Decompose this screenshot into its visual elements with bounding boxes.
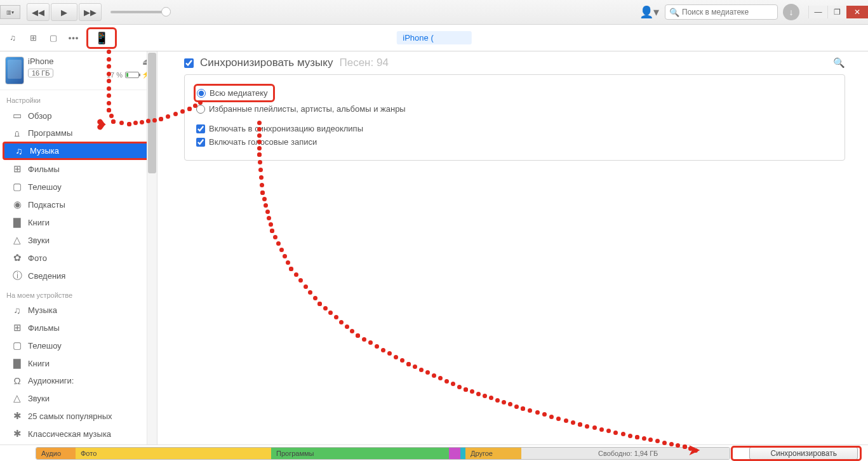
play-button[interactable]: ▶ (51, 3, 77, 21)
sidebar-scrollbar[interactable] (147, 51, 157, 444)
sidebar-device-item-label-6: 25 самых популярных (28, 411, 112, 421)
sidebar-settings-item-3[interactable]: ⊞Фильмы (0, 160, 157, 178)
sidebar-device-item-1[interactable]: ⊞Фильмы (0, 319, 157, 337)
sidebar-settings-item-2[interactable]: ♫Музыка (3, 142, 154, 160)
sidebar-settings-item-icon-6: ▇ (11, 217, 23, 228)
sidebar-settings-item-icon-8: ✿ (11, 252, 23, 264)
sidebar-settings-item-8[interactable]: ✿Фото (0, 249, 157, 267)
minimize-button[interactable]: — (808, 6, 827, 18)
sidebar-device-item-6[interactable]: ✱25 самых популярных (0, 407, 157, 425)
scrollbar-thumb[interactable] (148, 53, 156, 173)
sidebar-settings-item-icon-2: ♫ (13, 145, 25, 156)
sidebar-device-item-7[interactable]: ✱Классическая музыка (0, 425, 157, 443)
search-input[interactable] (682, 8, 777, 17)
radio-entire-library[interactable] (197, 89, 206, 98)
sidebar-settings-item-label-2: Музыка (30, 146, 59, 156)
search-field[interactable]: 🔍 (665, 4, 778, 20)
sidebar-device-item-label-2: Телешоу (28, 341, 62, 351)
sidebar-device-item-label-1: Фильмы (28, 323, 60, 333)
sidebar-settings-item-icon-7: △ (11, 234, 23, 246)
seg-other: Другое (465, 448, 521, 459)
sidebar-device-item-label-5: Звуки (28, 394, 50, 403)
content-pane: Синхронизировать музыку Песен: 94 🔍 Всю … (157, 51, 868, 444)
radio-selected-label: Избранные плейлисты, артисты, альбомы и … (209, 104, 406, 114)
search-icon: 🔍 (669, 8, 679, 17)
sidebar-device-item-icon-6: ✱ (11, 410, 23, 422)
sidebar-device-item-4[interactable]: ΩАудиокниги: (0, 372, 157, 389)
sidebar-settings-item-icon-3: ⊞ (11, 163, 23, 175)
sidebar-settings-item-label-0: Обзор (28, 111, 52, 121)
more-tabs-icon[interactable]: ••• (65, 29, 83, 48)
battery-percent: 17 % (107, 71, 123, 79)
sync-music-label: Синхронизировать музыку (200, 57, 333, 69)
account-button[interactable]: 👤▾ (638, 4, 660, 20)
device-summary: iPhone 16 ГБ ⏏ 17 % ⚡ (0, 51, 157, 90)
sidebar-settings-item-5[interactable]: ◉Подкасты (0, 196, 157, 213)
sync-music-checkbox[interactable] (184, 58, 194, 68)
sidebar-settings-item-0[interactable]: ▭Обзор (0, 107, 157, 124)
seg-free: Свободно: 1,94 ГБ (521, 448, 730, 459)
sidebar-settings-item-9[interactable]: ⓘСведения (0, 267, 157, 285)
sidebar-settings-item-label-1: Программы (28, 128, 72, 138)
device-name: iPhone (28, 57, 103, 66)
secondary-toolbar: ♫ ⊞ ▢ ••• 📱 iPhone ( (0, 25, 868, 51)
sidebar-device-item-icon-0: ♫ (11, 305, 23, 316)
sidebar-settings-item-icon-1: ⩍ (11, 128, 23, 138)
device-tab-button[interactable]: 📱 (86, 27, 117, 49)
seg-apps: Программы (271, 448, 449, 459)
sidebar-device-item-label-3: Книги (28, 359, 50, 368)
sidebar-settings-item-6[interactable]: ▇Книги (0, 213, 157, 231)
window-menu-button[interactable]: ▥▾ (0, 5, 20, 19)
sidebar-device-item-label-0: Музыка (28, 305, 57, 315)
music-tab-icon[interactable]: ♫ (4, 29, 22, 48)
device-thumbnail-icon (5, 57, 24, 84)
highlight-entire-library: Всю медиатеку (194, 84, 275, 102)
prev-button[interactable]: ◀◀ (27, 3, 50, 21)
title-bar: ▥▾ ◀◀ ▶ ▶▶ 👤▾ 🔍 ↓ — ❐ ✕ (0, 0, 868, 25)
storage-bar: Аудио Фото Программы Другое Свободно: 1,… (36, 447, 730, 460)
sidebar-settings-item-icon-0: ▭ (11, 110, 23, 121)
sidebar-settings-item-label-5: Подкасты (28, 200, 65, 210)
maximize-button[interactable]: ❐ (827, 6, 846, 18)
sidebar-settings-item-1[interactable]: ⩍Программы (0, 124, 157, 142)
device-capacity: 16 ГБ (28, 69, 53, 77)
sidebar-section-on-device: На моем устройстве (0, 285, 157, 302)
sidebar-device-item-icon-1: ⊞ (11, 322, 23, 333)
capacity-bar: Аудио Фото Программы Другое Свободно: 1,… (0, 444, 868, 461)
sidebar-device-item-icon-4: Ω (11, 375, 23, 386)
close-button[interactable]: ✕ (846, 6, 868, 18)
sidebar-device-item-label-7: Классическая музыка (28, 429, 111, 439)
check-include-videos[interactable] (196, 124, 205, 133)
sidebar-device-item-3[interactable]: ▇Книги (0, 354, 157, 372)
radio-entire-label: Всю медиатеку (210, 88, 268, 98)
breadcrumb[interactable]: iPhone ( (396, 31, 471, 44)
sidebar-section-settings: Настройки (0, 90, 157, 107)
sidebar-settings-item-label-3: Фильмы (28, 164, 60, 174)
sidebar-settings-item-label-7: Звуки (28, 236, 50, 245)
sidebar-settings-item-icon-9: ⓘ (11, 270, 23, 282)
sidebar-settings-item-label-8: Фото (28, 253, 47, 263)
seg-audio: Аудио (36, 448, 76, 459)
songs-count: Песен: 94 (339, 57, 388, 69)
sidebar-device-item-2[interactable]: ▢Телешоу (0, 337, 157, 354)
next-button[interactable]: ▶▶ (79, 3, 102, 21)
sidebar-settings-item-4[interactable]: ▢Телешоу (0, 178, 157, 196)
volume-slider[interactable] (110, 11, 169, 13)
download-button[interactable]: ↓ (783, 4, 799, 20)
check-voice-label: Включать голосовые записи (209, 137, 317, 147)
sidebar-device-item-0[interactable]: ♫Музыка (0, 302, 157, 319)
sidebar-device-item-icon-7: ✱ (11, 428, 23, 439)
battery-icon (125, 72, 139, 78)
sync-button[interactable]: Синхронизировать (749, 447, 858, 460)
movies-tab-icon[interactable]: ⊞ (24, 29, 42, 48)
seg-books (460, 448, 465, 459)
sidebar-device-item-label-4: Аудиокниги: (28, 376, 74, 385)
tv-tab-icon[interactable]: ▢ (44, 29, 62, 48)
sync-options-panel: Всю медиатеку Избранные плейлисты, артис… (184, 74, 845, 161)
check-include-voice[interactable] (196, 138, 205, 147)
sidebar-device-item-5[interactable]: △Звуки (0, 389, 157, 407)
sidebar-settings-item-icon-5: ◉ (11, 199, 23, 210)
sidebar-settings-item-7[interactable]: △Звуки (0, 231, 157, 249)
radio-selected-playlists[interactable] (196, 105, 205, 114)
content-search-icon[interactable]: 🔍 (833, 57, 845, 69)
